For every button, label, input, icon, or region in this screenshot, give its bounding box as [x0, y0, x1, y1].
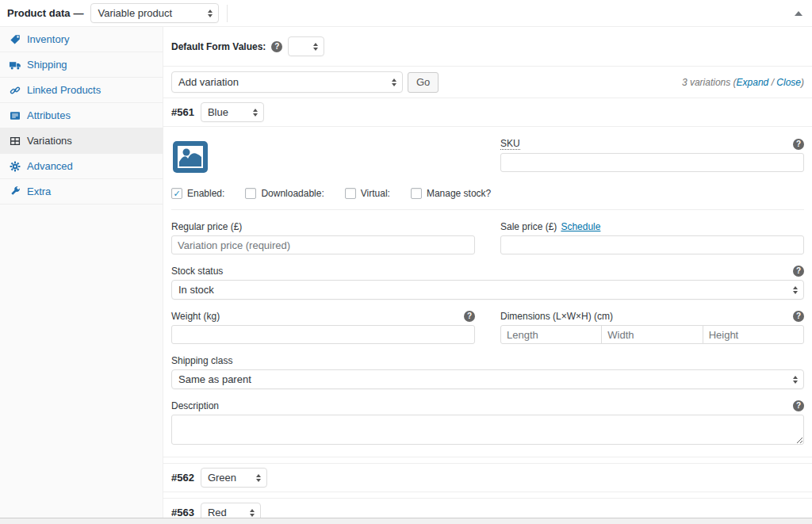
select-arrows-icon: [392, 78, 396, 86]
description-field: Description ?: [171, 400, 804, 447]
description-textarea[interactable]: [171, 415, 804, 445]
gear-icon: [10, 161, 21, 172]
go-button[interactable]: Go: [408, 72, 439, 93]
variation-attribute-value: Blue: [208, 106, 228, 118]
length-input[interactable]: [500, 325, 602, 344]
wrench-icon: [10, 186, 21, 197]
sidebar-item-label: Variations: [27, 135, 72, 147]
variation-attribute-select[interactable]: Blue: [201, 102, 264, 122]
add-variation-select[interactable]: Add variation: [171, 71, 403, 93]
sidebar-item-label: Shipping: [27, 59, 67, 71]
variations-summary: 3 variations (Expand / Close): [682, 77, 804, 88]
sidebar-item-label: Attributes: [27, 109, 71, 121]
grid-icon: [10, 136, 21, 147]
checkbox-unchecked-icon: [245, 188, 256, 199]
product-data-panel: Product data— Variable product Inventory…: [0, 0, 812, 518]
upload-image-button[interactable]: [171, 138, 209, 178]
checkbox-label: Manage stock?: [427, 188, 491, 199]
manage-stock-checkbox[interactable]: Manage stock?: [411, 188, 491, 199]
sidebar-item-linked-products[interactable]: Linked Products: [0, 78, 163, 103]
variation-id: #562: [171, 472, 194, 484]
checkbox-unchecked-icon: [345, 188, 356, 199]
variation-row-561: #561 Blue: [163, 98, 812, 127]
expand-link[interactable]: Expand: [737, 77, 769, 88]
checkbox-checked-icon: ✓: [171, 188, 182, 199]
sale-price-label: Sale price (£): [500, 221, 557, 232]
sale-price-input[interactable]: [500, 235, 804, 254]
help-icon[interactable]: ?: [793, 400, 804, 411]
product-type-value: Variable product: [98, 7, 172, 19]
collapse-panel-icon[interactable]: [795, 11, 802, 16]
select-arrows-icon: [250, 509, 255, 517]
variation-image-column: [171, 138, 475, 178]
sidebar-item-extra[interactable]: Extra: [0, 179, 163, 205]
title-dash: —: [73, 7, 83, 19]
link-icon: [10, 85, 21, 96]
sku-input[interactable]: [500, 153, 804, 172]
sale-price-field: Sale price (£) Schedule: [500, 221, 804, 254]
shipping-class-value: Same as parent: [178, 373, 251, 385]
regular-price-input[interactable]: [171, 235, 475, 254]
select-arrows-icon: [793, 286, 798, 294]
stock-status-select[interactable]: In stock: [171, 280, 804, 300]
schedule-link[interactable]: Schedule: [561, 221, 600, 232]
downloadable-checkbox[interactable]: Downloadable:: [245, 188, 324, 199]
description-label: Description: [171, 400, 219, 411]
variation-attribute-select[interactable]: Red: [201, 503, 261, 518]
summary-prefix: 3 variations (: [682, 77, 737, 88]
variation-row-563: #563 Red: [163, 498, 812, 518]
variation-attribute-value: Red: [208, 507, 227, 518]
checkbox-label: Virtual:: [361, 188, 390, 199]
regular-price-field: Regular price (£): [171, 221, 475, 254]
page-title-text: Product data: [7, 7, 70, 19]
sidebar-item-label: Linked Products: [27, 84, 101, 96]
help-icon[interactable]: ?: [464, 311, 475, 322]
select-arrows-icon: [208, 10, 213, 17]
header-separator: [227, 5, 228, 22]
variations-panel: Default Form Values: ? Add variation Go …: [163, 26, 812, 518]
sidebar-item-inventory[interactable]: Inventory: [0, 27, 163, 52]
select-arrows-icon: [256, 474, 261, 482]
weight-label: Weight (kg): [171, 311, 220, 322]
default-form-values-label: Default Form Values:: [171, 41, 266, 52]
enabled-checkbox[interactable]: ✓ Enabled:: [171, 188, 224, 199]
dimensions-label: Dimensions (L×W×H) (cm): [500, 311, 613, 322]
select-arrows-icon: [793, 376, 798, 384]
default-form-values-select[interactable]: [288, 36, 324, 56]
add-variation-value: Add variation: [178, 76, 239, 88]
stock-status-label: Stock status: [171, 266, 223, 277]
help-icon[interactable]: ?: [271, 41, 282, 52]
variation-attribute-select[interactable]: Green: [201, 468, 267, 488]
select-arrows-icon: [253, 109, 258, 117]
sidebar-item-shipping[interactable]: Shipping: [0, 52, 163, 78]
regular-price-label: Regular price (£): [171, 221, 242, 232]
product-type-select[interactable]: Variable product: [90, 3, 219, 23]
checkbox-label: Enabled:: [187, 188, 224, 199]
width-input[interactable]: [601, 325, 703, 344]
shipping-class-select[interactable]: Same as parent: [171, 369, 804, 389]
panel-header: Product data— Variable product: [0, 0, 812, 26]
weight-input[interactable]: [171, 325, 475, 344]
variation-options-row: ✓ Enabled: Downloadable: Virtual: Manage…: [171, 186, 804, 210]
variations-toolbar: Add variation Go 3 variations (Expand / …: [163, 67, 812, 98]
help-icon[interactable]: ?: [793, 139, 804, 150]
help-icon[interactable]: ?: [793, 311, 804, 322]
checkbox-unchecked-icon: [411, 188, 422, 199]
sidebar-item-attributes[interactable]: Attributes: [0, 103, 163, 128]
help-icon[interactable]: ?: [793, 266, 804, 277]
sidebar-item-label: Advanced: [27, 160, 73, 172]
stock-status-field: Stock status ? In stock: [171, 266, 804, 300]
default-form-values-row: Default Form Values: ?: [163, 27, 812, 67]
close-link[interactable]: Close: [776, 77, 801, 88]
sidebar-item-variations[interactable]: Variations: [0, 128, 163, 154]
variation-attribute-value: Green: [208, 472, 236, 484]
select-arrows-icon: [313, 43, 318, 51]
sku-column: SKU ?: [500, 138, 804, 178]
sidebar-item-label: Inventory: [27, 33, 69, 45]
sidebar-item-advanced[interactable]: Advanced: [0, 154, 163, 179]
height-input[interactable]: [703, 325, 804, 344]
list-icon: [10, 110, 21, 121]
virtual-checkbox[interactable]: Virtual:: [345, 188, 390, 199]
shipping-class-label: Shipping class: [171, 355, 232, 366]
page-title: Product data—: [7, 7, 83, 19]
